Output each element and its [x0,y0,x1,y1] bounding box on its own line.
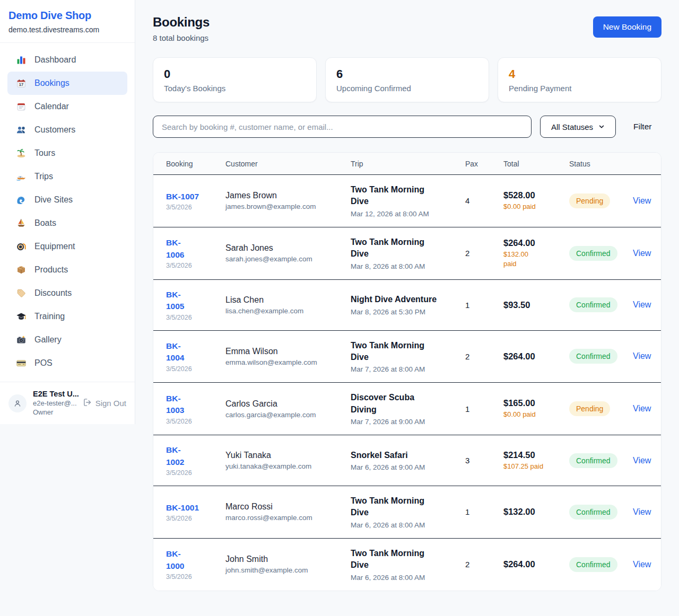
customer-email: marco.rossi@example.com [225,514,343,522]
sidebar-item-label: Tours [34,148,55,158]
bookings-table: Booking Customer Trip Pax Total Status B… [153,152,661,591]
page-title: Bookings [153,15,210,30]
sidebar-item-calendar[interactable]: Calendar [7,95,127,118]
search-input[interactable] [153,116,532,138]
booking-id-link[interactable]: BK- 1002 [166,444,184,468]
sidebar-item-products[interactable]: Products [7,258,127,281]
sidebar-item-dashboard[interactable]: Dashboard [7,48,127,72]
booking-id-link[interactable]: BK- 1003 [166,393,184,417]
view-link[interactable]: View [633,456,651,465]
booking-date: 3/5/2026 [166,314,218,321]
customer-name: James Brown [225,191,343,200]
table-row: BK- 1006 3/5/2026 Sarah Jones sarah.jone… [153,227,661,279]
view-link[interactable]: View [633,249,651,258]
sidebar-item-discounts[interactable]: Discounts [7,281,127,305]
sign-out-button[interactable]: Sign Out [83,398,126,409]
user-info: E2E Test U... e2e-tester@... Owner [33,389,76,417]
bar-chart-icon [16,55,27,65]
speedboat-icon [16,171,27,182]
trip-name: Two Tank Morning Dive [351,236,458,260]
sidebar-item-boats[interactable]: Boats [7,212,127,235]
booking-id-link[interactable]: BK- 1000 [166,548,184,572]
sidebar-item-tours[interactable]: Tours [7,142,127,165]
new-booking-button[interactable]: New Booking [593,16,661,38]
booking-id-link[interactable]: BK- 1004 [166,340,184,364]
view-link[interactable]: View [633,507,651,516]
total-amount: $528.00 [503,190,562,200]
customer-email: yuki.tanaka@example.com [225,462,343,470]
status-badge: Confirmed [569,453,617,468]
sidebar-item-label: Dive Sites [34,195,73,205]
booking-id-link[interactable]: BK-1007 [166,191,199,203]
trip-name: Two Tank Morning Dive [351,548,458,571]
sidebar-item-label: Bookings [34,78,69,88]
tag-icon [16,288,27,298]
stat-card: 0 Today's Bookings [153,57,317,102]
view-link[interactable]: View [633,351,651,360]
total-amount: $264.00 [503,351,562,362]
calendar-icon [16,101,27,112]
status-badge: Pending [569,193,610,208]
customer-name: Sarah Jones [225,243,343,253]
sidebar-item-trips[interactable]: Trips [7,165,127,188]
column-header-trip: Trip [351,160,465,168]
booking-date: 3/5/2026 [166,418,218,425]
trip-datetime: Mar 12, 2026 at 8:00 AM [351,210,458,218]
diving-mask-icon [16,241,27,252]
customer-name: Lisa Chen [225,295,343,305]
booking-id-link[interactable]: BK- 1006 [166,237,184,261]
view-link[interactable]: View [633,560,651,569]
paid-amount: $0.00 paid [503,202,562,212]
avatar [8,394,27,412]
package-icon [16,265,27,275]
sidebar-item-label: POS [34,358,53,368]
view-link[interactable]: View [633,404,651,413]
booking-id-link[interactable]: BK-1001 [166,502,199,514]
graduation-cap-icon [16,311,27,322]
main-content: Bookings 8 total bookings New Booking 0 … [136,0,679,591]
trip-datetime: Mar 6, 2026 at 8:00 AM [351,574,458,582]
pax-count: 3 [465,456,503,465]
customer-email: john.smith@example.com [225,566,343,574]
chevron-down-icon [598,122,605,131]
sidebar-item-gallery[interactable]: Gallery [7,328,127,351]
table-row: BK-1007 3/5/2026 James Brown james.brown… [153,174,661,227]
customer-email: sarah.jones@example.com [225,255,343,263]
sidebar-item-pos[interactable]: POS [7,351,127,375]
filter-button[interactable]: Filter [626,118,658,136]
total-amount: $93.50 [503,300,562,310]
sidebar-item-customers[interactable]: Customers [7,118,127,142]
sidebar-item-equipment[interactable]: Equipment [7,235,127,258]
people-icon [16,125,27,135]
customer-email: james.brown@example.com [225,203,343,210]
customer-email: lisa.chen@example.com [225,307,343,315]
status-filter-select[interactable]: All Statuses [540,116,616,138]
view-link[interactable]: View [633,196,651,205]
sailboat-icon [16,218,27,228]
stat-value: 4 [509,68,650,81]
stat-card: 6 Upcoming Confirmed [325,57,489,102]
sidebar-item-label: Dashboard [34,55,76,65]
sidebar-item-bookings[interactable]: 17 Bookings [7,72,127,95]
booking-id-link[interactable]: BK- 1005 [166,289,184,313]
booking-date: 3/5/2026 [166,204,218,211]
status-badge: Confirmed [569,557,617,572]
column-header-customer: Customer [225,160,351,168]
sidebar-item-label: Calendar [34,102,69,111]
booking-date: 3/5/2026 [166,573,218,580]
stat-label: Today's Bookings [164,84,306,93]
view-link[interactable]: View [633,300,651,309]
column-header-status: Status [569,160,633,168]
stat-label: Pending Payment [509,84,650,93]
trip-name: Discover Scuba Diving [351,392,458,416]
sidebar-item-training[interactable]: Training [7,305,127,328]
page-header: Bookings 8 total bookings New Booking [153,15,661,42]
column-header-booking: Booking [166,160,225,168]
total-amount: $165.00 [503,398,562,408]
filter-row: All Statuses Filter [153,116,661,138]
wave-icon [16,195,27,205]
sidebar-item-label: Equipment [34,242,75,251]
stat-card: 4 Pending Payment [498,57,661,102]
trip-datetime: Mar 7, 2026 at 8:00 AM [351,365,458,373]
sidebar-item-dive-sites[interactable]: Dive Sites [7,188,127,212]
